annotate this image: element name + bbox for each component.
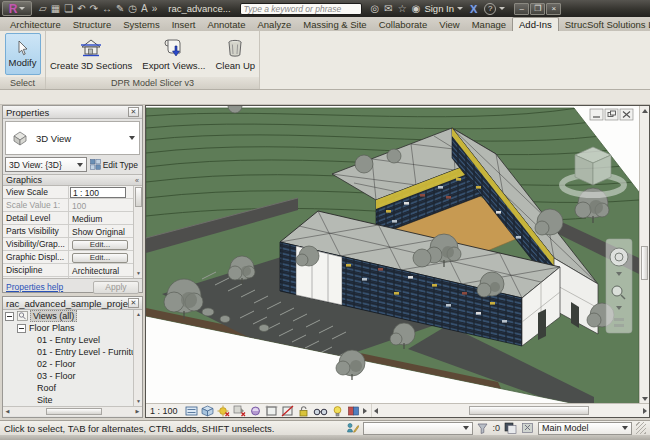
browser-scrollbar[interactable]: ▲ ▼ — [133, 310, 142, 406]
dpr-panel-label[interactable]: DPR Model Slicer v3 — [46, 77, 259, 89]
viewport-hscrollbar[interactable] — [371, 404, 649, 417]
tree-item-03-floor[interactable]: 03 - Floor — [3, 370, 133, 382]
show-crop-icon[interactable] — [281, 405, 294, 417]
tree-item-entry-level-furniture[interactable]: 01 - Entry Level - Furnitu... — [3, 346, 133, 358]
tab-add-ins[interactable]: Add-Ins — [512, 17, 559, 31]
favorites-icon[interactable]: ☆ — [398, 4, 407, 14]
minimize-button[interactable]: – — [514, 3, 529, 15]
undo-icon[interactable]: ↶ — [77, 4, 85, 14]
scroll-left-icon[interactable] — [374, 408, 378, 414]
tab-view[interactable]: View — [433, 18, 465, 31]
qat-overflow-icon[interactable]: » — [152, 4, 158, 14]
visibility-edit-button[interactable]: Edit... — [72, 240, 128, 250]
rendering-dialog-icon[interactable] — [249, 405, 262, 417]
scroll-down-icon[interactable] — [642, 397, 648, 401]
type-selector[interactable]: 3D View — [5, 121, 140, 155]
properties-close-icon[interactable]: ✕ — [128, 107, 139, 117]
tab-manage[interactable]: Manage — [466, 18, 512, 31]
scroll-left-icon[interactable]: ◀ — [3, 407, 12, 416]
modify-button[interactable]: Modify — [5, 33, 41, 75]
detail-level-icon[interactable] — [185, 405, 198, 417]
temporary-hide-icon[interactable] — [313, 405, 328, 417]
tree-item-roof[interactable]: Roof — [3, 382, 133, 394]
worksets-icon[interactable] — [346, 422, 359, 434]
tab-collaborate[interactable]: Collaborate — [373, 18, 434, 31]
view-bar-more-icon[interactable] — [363, 408, 367, 414]
profile-icon[interactable]: ◉ — [412, 4, 421, 14]
drawing-area[interactable]: 1 : 100 — [145, 105, 650, 418]
tree-item-site[interactable]: Site — [3, 394, 133, 406]
design-option-dropdown[interactable]: Main Model — [538, 422, 632, 435]
communication-center-icon[interactable]: ✉ — [384, 4, 392, 14]
tree-item-views-label[interactable]: Views (all) — [30, 310, 77, 322]
parts-visibility-field[interactable]: Show Original — [69, 225, 133, 237]
properties-scrollbar[interactable]: ▼ — [133, 186, 142, 278]
help-caret-icon[interactable] — [499, 7, 505, 10]
scroll-down-icon[interactable]: ▼ — [135, 398, 142, 405]
measure-icon[interactable]: ↔ — [102, 4, 112, 14]
tab-massing-site[interactable]: Massing & Site — [297, 18, 372, 31]
search-input[interactable] — [240, 3, 362, 15]
tree-item-02-floor[interactable]: 02 - Floor — [3, 358, 133, 370]
browser-hscroll-thumb[interactable] — [46, 408, 102, 415]
save-icon[interactable]: ▦ — [51, 4, 60, 14]
tab-annotate[interactable]: Annotate — [201, 18, 251, 31]
view-instance-dropdown[interactable]: 3D View: {3D} — [5, 157, 87, 172]
3d-model-view[interactable] — [146, 106, 639, 404]
sun-path-icon[interactable] — [217, 405, 230, 417]
tree-item-views[interactable]: Views (all) — [3, 310, 133, 322]
scroll-up-icon[interactable]: ▲ — [135, 311, 142, 318]
help-button[interactable]: ? — [484, 3, 496, 15]
tab-analyze[interactable]: Analyze — [251, 18, 297, 31]
detail-level-field[interactable]: Medium — [69, 212, 133, 224]
project-browser-close-icon[interactable]: ✕ — [128, 298, 139, 308]
browser-hscrollbar[interactable]: ◀ ▶ — [3, 406, 142, 416]
select-panel-label[interactable]: Select — [0, 77, 45, 89]
discipline-field[interactable]: Architectural — [69, 264, 133, 276]
tab-systems[interactable]: Systems — [117, 18, 165, 31]
redo-icon[interactable]: ↷ — [90, 4, 98, 14]
create-3d-sections-button[interactable]: Create 3D Sections — [46, 36, 136, 73]
scroll-up-icon[interactable] — [642, 109, 648, 113]
tab-structure[interactable]: Structure — [67, 18, 118, 31]
active-workset-dropdown[interactable] — [363, 422, 473, 435]
tree-item-entry-level[interactable]: 01 - Entry Level — [3, 334, 133, 346]
project-browser-header[interactable]: rac_advanced_sample_project.rvt - ... ✕ — [3, 297, 142, 310]
reveal-hidden-icon[interactable] — [331, 405, 344, 417]
open-icon[interactable]: ▱ — [39, 4, 47, 14]
resize-grip[interactable] — [636, 422, 646, 434]
properties-scroll-thumb[interactable] — [135, 187, 142, 207]
tab-strucsoft[interactable]: StrucSoft Solutions Ltd. — [559, 18, 650, 31]
visual-style-icon[interactable] — [201, 405, 214, 417]
crop-view-icon[interactable] — [265, 405, 278, 417]
clean-up-button[interactable]: Clean Up — [211, 36, 259, 73]
analytical-model-icon[interactable] — [347, 405, 360, 417]
close-button[interactable]: × — [546, 3, 561, 15]
scroll-right-icon[interactable]: ▶ — [133, 407, 142, 416]
text-icon[interactable]: A — [141, 4, 148, 14]
sign-in-caret-icon[interactable] — [457, 7, 463, 10]
type-selector-caret-icon[interactable] — [129, 136, 135, 140]
unlock-view-icon[interactable] — [297, 405, 310, 417]
collapse-icon[interactable] — [5, 312, 14, 321]
sign-in-button[interactable]: Sign In — [424, 3, 454, 14]
exclude-options-icon[interactable] — [521, 422, 534, 434]
graphics-section-header[interactable]: Graphics « — [3, 174, 142, 186]
graphic-display-edit-button[interactable]: Edit... — [72, 253, 128, 263]
properties-help-link[interactable]: Properties help — [6, 282, 93, 292]
view-scale-field[interactable]: 1 : 100 — [70, 187, 126, 198]
scroll-down-icon[interactable]: ▼ — [135, 270, 142, 277]
design-options-icon[interactable] — [504, 422, 517, 434]
tree-item-floor-plans[interactable]: Floor Plans — [3, 322, 133, 334]
default-analysis-field[interactable]: None — [69, 277, 133, 278]
viewport-vscrollbar[interactable] — [639, 106, 649, 404]
tab-insert[interactable]: Insert — [166, 18, 202, 31]
search-icon[interactable]: ◎ — [371, 4, 380, 14]
filter-icon[interactable] — [477, 423, 488, 434]
exchange-apps-icon[interactable]: X — [470, 3, 477, 15]
view-scale-button[interactable]: 1 : 100 — [150, 406, 178, 416]
shadows-icon[interactable] — [233, 405, 246, 417]
export-views-button[interactable]: Export Views... — [138, 36, 209, 73]
viewport-vscroll-thumb[interactable] — [641, 246, 648, 280]
print-icon[interactable]: ❏ — [64, 4, 73, 14]
